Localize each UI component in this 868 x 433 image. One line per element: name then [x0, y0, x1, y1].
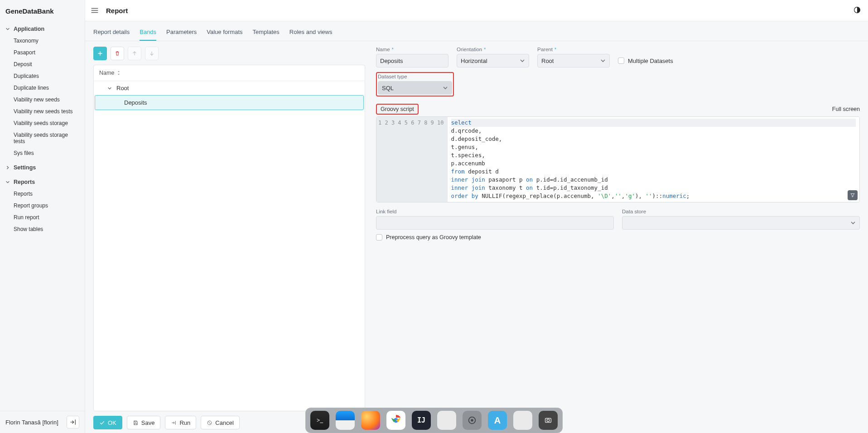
plus-icon: [97, 50, 103, 57]
dock-settings-icon[interactable]: [463, 411, 482, 430]
label-preprocess: Preprocess query as Groovy template: [386, 234, 481, 241]
move-down-button[interactable]: [145, 47, 159, 60]
sidebar-item-taxonomy[interactable]: Taxonomy: [0, 35, 85, 47]
dock-xcode-icon[interactable]: A: [488, 411, 507, 430]
dock-terminal-icon[interactable]: >_: [310, 411, 329, 430]
band-row-root[interactable]: Root: [94, 81, 365, 95]
chevron-right-icon: [5, 165, 11, 170]
dock-screenshot-icon[interactable]: [539, 411, 558, 430]
label-orientation: Orientation: [457, 47, 529, 52]
report-tabs: Report details Bands Parameters Value fo…: [85, 21, 868, 41]
field-parent: Parent Root: [537, 47, 610, 67]
dock-finder-icon[interactable]: [336, 411, 355, 430]
sort-icon: [117, 70, 121, 76]
contrast-icon: [854, 6, 862, 14]
band-row-label: Deposits: [124, 99, 147, 106]
bands-column-name[interactable]: Name: [94, 65, 365, 81]
sql-code-editor[interactable]: 1 2 3 4 5 6 7 8 9 10 select d.qrcode, d.…: [376, 116, 860, 202]
chevron-down-icon: [443, 85, 448, 91]
run-label: Run: [179, 419, 190, 426]
sidebar-header-label: Reports: [14, 179, 35, 185]
code-content[interactable]: select d.qrcode, d.deposit_code, t.genus…: [448, 117, 860, 202]
dock-firefox-icon[interactable]: [361, 411, 380, 430]
current-user-row: Florin Tanasă [florin]: [0, 411, 85, 433]
tab-templates[interactable]: Templates: [253, 26, 280, 41]
dock-app2-icon[interactable]: [513, 411, 532, 430]
select-orientation[interactable]: Horizontal: [457, 54, 529, 67]
select-dataset-type[interactable]: SQL: [378, 81, 452, 95]
label-dataset-type: Dataset type: [378, 74, 452, 79]
dock-chrome-icon[interactable]: [386, 411, 405, 430]
field-link-field: Link field: [376, 209, 614, 230]
sidebar-item-viability-new-seeds[interactable]: Viability new seeds: [0, 94, 85, 106]
sidebar-section-settings: Settings: [0, 160, 85, 174]
macos-dock: >_ IJ A: [305, 408, 563, 433]
tab-bands[interactable]: Bands: [140, 26, 156, 41]
sidebar-header-reports[interactable]: Reports: [0, 176, 85, 188]
code-gutter: 1 2 3 4 5 6 7 8 9 10: [376, 117, 448, 202]
topbar: Report: [85, 0, 868, 21]
bands-toolbar: [93, 47, 365, 60]
sidebar-item-viability-seeds-storage[interactable]: Viability seeds storage: [0, 117, 85, 129]
sidebar-item-deposit[interactable]: Deposit: [0, 58, 85, 70]
tab-report-details[interactable]: Report details: [93, 26, 130, 41]
cancel-button[interactable]: Cancel: [201, 416, 239, 429]
sidebar-header-application[interactable]: Application: [0, 23, 85, 35]
sidebar: GeneDataBank Application Taxonomy Pasapo…: [0, 0, 85, 433]
field-preprocess[interactable]: Preprocess query as Groovy template: [376, 234, 860, 241]
editor-floating-button[interactable]: [848, 190, 858, 200]
chevron-down-icon: [600, 58, 606, 63]
input-name-value: Deposits: [380, 58, 403, 64]
tab-parameters[interactable]: Parameters: [166, 26, 197, 41]
select-data-store[interactable]: [622, 216, 860, 230]
tab-roles-and-views[interactable]: Roles and views: [289, 26, 333, 41]
sidebar-header-label: Settings: [14, 164, 36, 171]
add-band-button[interactable]: [93, 47, 107, 60]
delete-band-button[interactable]: [111, 47, 124, 60]
sidebar-item-duplicate-lines[interactable]: Duplicate lines: [0, 82, 85, 94]
select-parent[interactable]: Root: [537, 54, 610, 67]
bands-column-label: Name: [99, 70, 114, 76]
run-button[interactable]: Run: [165, 416, 196, 429]
select-parent-value: Root: [541, 58, 554, 64]
menu-toggle-button[interactable]: [89, 5, 101, 16]
logout-button[interactable]: [67, 416, 79, 428]
ok-button[interactable]: OK: [93, 416, 122, 429]
run-icon: [171, 420, 177, 426]
band-row-deposits[interactable]: Deposits: [95, 95, 364, 110]
check-icon: [99, 420, 105, 426]
dock-intellij-icon[interactable]: IJ: [412, 411, 431, 430]
dock-app-icon[interactable]: [437, 411, 456, 430]
move-up-button[interactable]: [128, 47, 141, 60]
content-area: Report details Bands Parameters Value fo…: [85, 21, 868, 433]
sidebar-item-run-report[interactable]: Run report: [0, 212, 85, 223]
arrow-up-icon: [131, 50, 138, 57]
field-multiple-datasets[interactable]: Multiple Datasets: [618, 54, 673, 67]
checkbox-multiple-datasets[interactable]: [618, 58, 624, 64]
checkbox-preprocess[interactable]: [376, 234, 382, 241]
chevron-down-icon: [520, 58, 525, 63]
cancel-label: Cancel: [215, 419, 233, 426]
sidebar-item-show-tables[interactable]: Show tables: [0, 223, 85, 235]
sidebar-section-reports: Reports Reports Report groups Run report…: [0, 174, 85, 236]
brand-title: GeneDataBank: [0, 0, 85, 21]
funnel-icon: [850, 192, 855, 198]
theme-toggle-button[interactable]: [854, 6, 862, 14]
band-row-label: Root: [116, 85, 129, 91]
input-name[interactable]: Deposits: [376, 54, 448, 67]
bands-work-area: Name Root: [85, 41, 868, 411]
sidebar-item-duplicates[interactable]: Duplicates: [0, 70, 85, 82]
fullscreen-link[interactable]: Full screen: [832, 106, 860, 112]
sidebar-item-viability-new-seeds-tests[interactable]: Viability new seeds tests: [0, 106, 85, 117]
save-button[interactable]: Save: [127, 416, 161, 429]
sidebar-item-reports[interactable]: Reports: [0, 188, 85, 200]
sidebar-item-pasaport[interactable]: Pasaport: [0, 47, 85, 58]
sidebar-item-sys-files[interactable]: Sys files: [0, 147, 85, 159]
sidebar-item-report-groups[interactable]: Report groups: [0, 200, 85, 212]
select-orientation-value: Horizontal: [461, 58, 487, 64]
sidebar-item-viability-seeds-storage-tests[interactable]: Viability seeds storage tests: [0, 129, 85, 147]
input-link-field[interactable]: [376, 216, 614, 230]
tab-value-formats[interactable]: Value formats: [207, 26, 242, 41]
field-orientation: Orientation Horizontal: [457, 47, 529, 67]
sidebar-header-settings[interactable]: Settings: [0, 162, 85, 173]
